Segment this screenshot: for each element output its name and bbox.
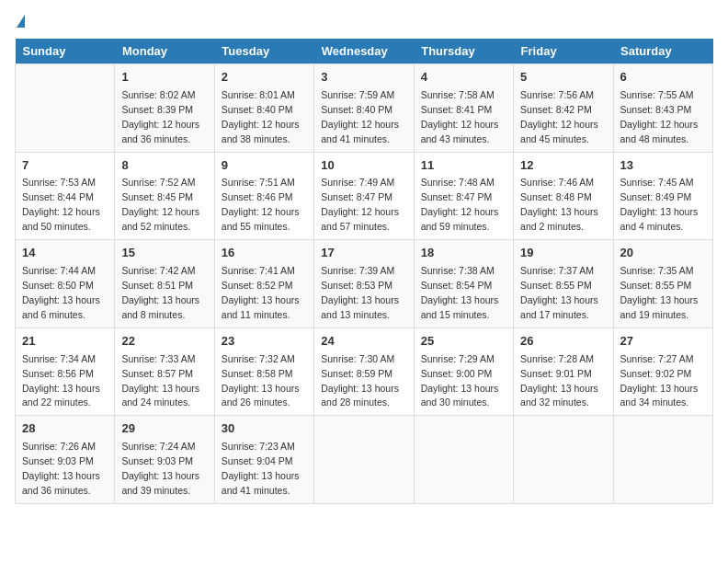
cell-info: Sunrise: 7:49 AM Sunset: 8:47 PM Dayligh… — [321, 177, 399, 232]
day-number: 11 — [421, 157, 506, 175]
calendar-week-row: 1Sunrise: 8:02 AM Sunset: 8:39 PM Daylig… — [16, 64, 713, 153]
calendar-cell — [314, 416, 414, 504]
header-day-sunday: Sunday — [16, 39, 115, 64]
day-number: 22 — [121, 333, 207, 350]
calendar-week-row: 14Sunrise: 7:44 AM Sunset: 8:50 PM Dayli… — [16, 240, 713, 328]
cell-info: Sunrise: 7:26 AM Sunset: 9:03 PM Dayligh… — [22, 441, 100, 496]
calendar-cell: 22Sunrise: 7:33 AM Sunset: 8:57 PM Dayli… — [115, 327, 214, 416]
day-number: 21 — [22, 333, 108, 350]
cell-info: Sunrise: 7:59 AM Sunset: 8:40 PM Dayligh… — [321, 89, 399, 144]
cell-info: Sunrise: 7:34 AM Sunset: 8:56 PM Dayligh… — [22, 353, 100, 408]
day-number: 5 — [520, 69, 606, 86]
header — [15, 15, 713, 28]
cell-info: Sunrise: 7:39 AM Sunset: 8:53 PM Dayligh… — [321, 265, 399, 320]
calendar-cell: 12Sunrise: 7:46 AM Sunset: 8:48 PM Dayli… — [514, 152, 613, 240]
day-number: 24 — [321, 333, 406, 350]
cell-info: Sunrise: 8:01 AM Sunset: 8:40 PM Dayligh… — [222, 89, 300, 144]
calendar-cell — [514, 416, 613, 504]
cell-info: Sunrise: 7:30 AM Sunset: 8:59 PM Dayligh… — [321, 353, 399, 408]
cell-info: Sunrise: 7:41 AM Sunset: 8:52 PM Dayligh… — [222, 265, 300, 320]
calendar-header-row: SundayMondayTuesdayWednesdayThursdayFrid… — [16, 39, 713, 64]
logo-triangle-icon — [17, 15, 25, 28]
calendar-cell: 27Sunrise: 7:27 AM Sunset: 9:02 PM Dayli… — [613, 327, 712, 416]
calendar-cell: 14Sunrise: 7:44 AM Sunset: 8:50 PM Dayli… — [16, 240, 115, 328]
day-number: 14 — [22, 245, 108, 262]
cell-info: Sunrise: 7:32 AM Sunset: 8:58 PM Dayligh… — [222, 353, 300, 408]
day-number: 30 — [222, 420, 307, 438]
calendar-table: SundayMondayTuesdayWednesdayThursdayFrid… — [15, 39, 713, 504]
calendar-cell: 10Sunrise: 7:49 AM Sunset: 8:47 PM Dayli… — [314, 152, 414, 240]
cell-info: Sunrise: 7:28 AM Sunset: 9:01 PM Dayligh… — [520, 353, 598, 408]
calendar-cell: 1Sunrise: 8:02 AM Sunset: 8:39 PM Daylig… — [115, 64, 214, 153]
day-number: 19 — [520, 245, 606, 262]
cell-info: Sunrise: 7:38 AM Sunset: 8:54 PM Dayligh… — [421, 265, 499, 320]
cell-info: Sunrise: 7:48 AM Sunset: 8:47 PM Dayligh… — [421, 177, 499, 232]
cell-info: Sunrise: 7:42 AM Sunset: 8:51 PM Dayligh… — [121, 265, 199, 320]
calendar-cell: 25Sunrise: 7:29 AM Sunset: 9:00 PM Dayli… — [414, 327, 513, 416]
calendar-cell: 5Sunrise: 7:56 AM Sunset: 8:42 PM Daylig… — [514, 64, 613, 153]
cell-info: Sunrise: 7:24 AM Sunset: 9:03 PM Dayligh… — [121, 441, 199, 496]
day-number: 10 — [321, 157, 406, 175]
day-number: 9 — [222, 157, 307, 175]
cell-info: Sunrise: 7:58 AM Sunset: 8:41 PM Dayligh… — [421, 89, 499, 144]
day-number: 16 — [222, 245, 307, 262]
calendar-cell: 2Sunrise: 8:01 AM Sunset: 8:40 PM Daylig… — [214, 64, 313, 153]
cell-info: Sunrise: 7:29 AM Sunset: 9:00 PM Dayligh… — [421, 353, 499, 408]
cell-info: Sunrise: 7:45 AM Sunset: 8:49 PM Dayligh… — [620, 177, 699, 232]
day-number: 26 — [520, 333, 606, 350]
cell-info: Sunrise: 7:46 AM Sunset: 8:48 PM Dayligh… — [520, 177, 598, 232]
day-number: 23 — [222, 333, 307, 350]
logo — [15, 15, 25, 28]
calendar-cell: 26Sunrise: 7:28 AM Sunset: 9:01 PM Dayli… — [514, 327, 613, 416]
cell-info: Sunrise: 7:51 AM Sunset: 8:46 PM Dayligh… — [222, 177, 300, 232]
calendar-cell — [414, 416, 513, 504]
day-number: 29 — [121, 420, 207, 438]
calendar-cell: 9Sunrise: 7:51 AM Sunset: 8:46 PM Daylig… — [214, 152, 313, 240]
header-day-monday: Monday — [115, 39, 214, 64]
cell-info: Sunrise: 7:44 AM Sunset: 8:50 PM Dayligh… — [22, 265, 100, 320]
calendar-cell: 23Sunrise: 7:32 AM Sunset: 8:58 PM Dayli… — [214, 327, 313, 416]
day-number: 18 — [421, 245, 506, 262]
day-number: 3 — [321, 69, 406, 86]
cell-info: Sunrise: 7:55 AM Sunset: 8:43 PM Dayligh… — [620, 89, 699, 144]
day-number: 13 — [620, 157, 706, 175]
calendar-week-row: 21Sunrise: 7:34 AM Sunset: 8:56 PM Dayli… — [16, 327, 713, 416]
cell-info: Sunrise: 7:56 AM Sunset: 8:42 PM Dayligh… — [520, 89, 598, 144]
calendar-cell: 18Sunrise: 7:38 AM Sunset: 8:54 PM Dayli… — [414, 240, 513, 328]
header-day-saturday: Saturday — [613, 39, 712, 64]
calendar-week-row: 28Sunrise: 7:26 AM Sunset: 9:03 PM Dayli… — [16, 416, 713, 504]
day-number: 15 — [121, 245, 207, 262]
day-number: 12 — [520, 157, 606, 175]
calendar-cell: 21Sunrise: 7:34 AM Sunset: 8:56 PM Dayli… — [16, 327, 115, 416]
calendar-cell: 19Sunrise: 7:37 AM Sunset: 8:55 PM Dayli… — [514, 240, 613, 328]
calendar-cell: 24Sunrise: 7:30 AM Sunset: 8:59 PM Dayli… — [314, 327, 414, 416]
calendar-cell: 4Sunrise: 7:58 AM Sunset: 8:41 PM Daylig… — [414, 64, 513, 153]
cell-info: Sunrise: 7:33 AM Sunset: 8:57 PM Dayligh… — [121, 353, 199, 408]
calendar-cell: 6Sunrise: 7:55 AM Sunset: 8:43 PM Daylig… — [613, 64, 712, 153]
calendar-cell: 3Sunrise: 7:59 AM Sunset: 8:40 PM Daylig… — [314, 64, 414, 153]
cell-info: Sunrise: 7:23 AM Sunset: 9:04 PM Dayligh… — [222, 441, 300, 496]
day-number: 2 — [222, 69, 307, 86]
day-number: 4 — [421, 69, 506, 86]
calendar-cell: 7Sunrise: 7:53 AM Sunset: 8:44 PM Daylig… — [16, 152, 115, 240]
calendar-cell — [16, 64, 115, 153]
calendar-cell — [613, 416, 712, 504]
header-day-tuesday: Tuesday — [214, 39, 313, 64]
calendar-week-row: 7Sunrise: 7:53 AM Sunset: 8:44 PM Daylig… — [16, 152, 713, 240]
cell-info: Sunrise: 7:35 AM Sunset: 8:55 PM Dayligh… — [620, 265, 699, 320]
cell-info: Sunrise: 7:53 AM Sunset: 8:44 PM Dayligh… — [22, 177, 100, 232]
day-number: 20 — [620, 245, 706, 262]
day-number: 7 — [22, 157, 108, 175]
day-number: 28 — [22, 420, 108, 438]
calendar-cell: 15Sunrise: 7:42 AM Sunset: 8:51 PM Dayli… — [115, 240, 214, 328]
header-day-friday: Friday — [514, 39, 613, 64]
cell-info: Sunrise: 8:02 AM Sunset: 8:39 PM Dayligh… — [121, 89, 199, 144]
day-number: 6 — [620, 69, 706, 86]
calendar-cell: 11Sunrise: 7:48 AM Sunset: 8:47 PM Dayli… — [414, 152, 513, 240]
cell-info: Sunrise: 7:27 AM Sunset: 9:02 PM Dayligh… — [620, 353, 699, 408]
day-number: 1 — [121, 69, 207, 86]
calendar-cell: 13Sunrise: 7:45 AM Sunset: 8:49 PM Dayli… — [613, 152, 712, 240]
calendar-cell: 20Sunrise: 7:35 AM Sunset: 8:55 PM Dayli… — [613, 240, 712, 328]
day-number: 8 — [121, 157, 207, 175]
day-number: 17 — [321, 245, 406, 262]
